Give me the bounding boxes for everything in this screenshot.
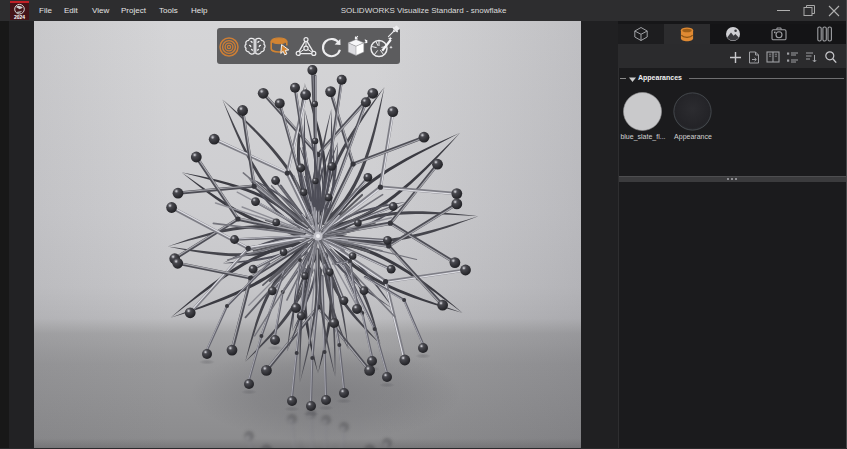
svg-text:2024: 2024 <box>14 14 25 20</box>
